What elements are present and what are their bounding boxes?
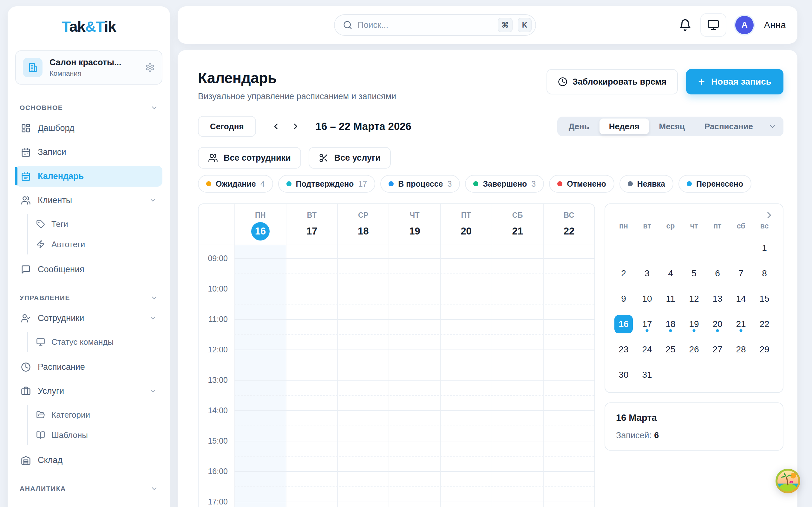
chevron-down-icon[interactable] [150, 485, 158, 493]
status-chip[interactable]: Неявка [619, 175, 673, 193]
mini-calendar-day[interactable]: 17 [635, 312, 659, 337]
status-chip[interactable]: В процессе3 [380, 175, 460, 193]
sidebar-subitem-шаблоны[interactable]: Шаблоны [36, 425, 162, 445]
view-tab-неделя[interactable]: Неделя [600, 118, 649, 134]
mini-calendar-day[interactable]: 22 [753, 312, 776, 337]
sidebar-item-календарь[interactable]: Календарь [15, 166, 162, 187]
mini-calendar-day[interactable]: 15 [753, 286, 776, 312]
week-day-header[interactable]: ПН16 [235, 204, 286, 245]
mini-calendar-day[interactable]: 10 [635, 286, 659, 312]
search-box[interactable]: ⌘ K [334, 14, 536, 36]
mini-calendar-day[interactable]: 30 [612, 362, 635, 388]
week-day-header[interactable]: СБ21 [492, 204, 543, 245]
hour-line [235, 289, 595, 289]
mini-calendar-day[interactable]: 4 [659, 261, 682, 286]
day-column[interactable] [389, 245, 440, 507]
mini-calendar-day[interactable]: 8 [753, 261, 776, 286]
sidebar-item-сообщения[interactable]: Сообщения [15, 259, 162, 280]
mini-calendar-day[interactable]: 21 [729, 312, 753, 337]
mini-calendar-day[interactable]: 29 [753, 337, 776, 362]
mini-calendar-day[interactable]: 5 [682, 261, 706, 286]
sidebar-item-расписание[interactable]: Расписание [15, 356, 162, 377]
sidebar-subitem-автотеги[interactable]: Автотеги [36, 234, 162, 255]
day-column[interactable] [492, 245, 543, 507]
sidebar-item-дашборд[interactable]: Дашборд [15, 118, 162, 138]
avatar[interactable]: A [735, 16, 754, 34]
mini-calendar-day[interactable]: 27 [706, 337, 729, 362]
chevron-down-icon[interactable] [763, 122, 781, 130]
day-column[interactable] [543, 245, 595, 507]
mini-calendar-day[interactable]: 20 [706, 312, 729, 337]
sidebar-subitem-статус команды[interactable]: Статус команды [36, 332, 162, 352]
mini-calendar-day[interactable]: 28 [729, 337, 753, 362]
filter-button[interactable]: Все сотрудники [198, 147, 301, 169]
island-badge[interactable] [775, 468, 801, 494]
sidebar-item-label: Календарь [38, 171, 84, 181]
mini-calendar-day[interactable]: 6 [706, 261, 729, 286]
week-day-label: ВС [564, 211, 574, 220]
chevron-right-icon[interactable] [288, 119, 303, 134]
day-column[interactable] [337, 245, 389, 507]
filter-label: Все сотрудники [223, 153, 291, 163]
mini-calendar-day[interactable]: 23 [612, 337, 635, 362]
mini-calendar-day[interactable]: 9 [612, 286, 635, 312]
mini-calendar-day[interactable]: 12 [682, 286, 706, 312]
week-day-header[interactable]: СР18 [337, 204, 389, 245]
sidebar-item-клиенты[interactable]: Клиенты [15, 190, 162, 211]
week-day-label: ПТ [461, 211, 471, 220]
day-columns [235, 245, 595, 507]
status-chip[interactable]: Подтверждено17 [278, 175, 375, 193]
week-grid[interactable]: 09:0010:0011:0012:0013:0014:0015:0016:00… [199, 245, 595, 507]
bell-icon[interactable] [679, 19, 692, 32]
status-chip[interactable]: Ожидание4 [198, 175, 273, 193]
gear-icon[interactable] [145, 63, 155, 72]
status-chip[interactable]: Завершено3 [465, 175, 544, 193]
chevron-down-icon[interactable] [150, 104, 158, 112]
sidebar-item-склад[interactable]: Склад [15, 450, 162, 470]
mini-calendar-day[interactable]: 3 [635, 261, 659, 286]
mini-calendar-day[interactable]: 24 [635, 337, 659, 362]
mini-calendar-day[interactable]: 1 [753, 235, 776, 261]
display-mode-button[interactable] [700, 13, 726, 37]
mini-calendar-day[interactable]: 2 [612, 261, 635, 286]
chevron-right-icon[interactable] [764, 210, 774, 221]
day-column[interactable] [440, 245, 492, 507]
week-day-header[interactable]: ВС22 [543, 204, 595, 245]
filter-button[interactable]: Все услуги [309, 147, 391, 169]
mini-calendar-day[interactable]: 18 [659, 312, 682, 337]
week-day-label: ЧТ [410, 211, 420, 220]
mini-calendar-day[interactable]: 19 [682, 312, 706, 337]
week-day-label: СР [358, 211, 368, 220]
day-column[interactable] [286, 245, 337, 507]
week-day-header[interactable]: ЧТ19 [389, 204, 440, 245]
sidebar-item-записи[interactable]: Записи [15, 142, 162, 163]
sidebar-subitem-теги[interactable]: Теги [36, 214, 162, 234]
week-day-header[interactable]: ВТ17 [286, 204, 337, 245]
view-tab-месяц[interactable]: Месяц [650, 118, 694, 134]
sidebar-item-услуги[interactable]: Услуги [15, 381, 162, 401]
week-day-header[interactable]: ПТ20 [440, 204, 492, 245]
mini-calendar-day[interactable]: 7 [729, 261, 753, 286]
chevron-left-icon[interactable] [269, 119, 283, 134]
mini-calendar-day[interactable]: 13 [706, 286, 729, 312]
search-input[interactable] [357, 20, 493, 30]
status-chip[interactable]: Отменено [549, 175, 614, 193]
mini-calendar-day[interactable]: 26 [682, 337, 706, 362]
view-tab-день[interactable]: День [559, 118, 599, 134]
company-selector[interactable]: Салон красоты... Компания [15, 50, 162, 84]
chevron-down-icon[interactable] [150, 294, 158, 302]
mini-calendar-day[interactable]: 25 [659, 337, 682, 362]
block-time-button[interactable]: Заблокировать время [547, 69, 678, 95]
new-record-button[interactable]: + Новая запись [686, 69, 783, 95]
sidebar-item-сотрудники[interactable]: Сотрудники [15, 308, 162, 329]
mini-calendar-day[interactable]: 14 [729, 286, 753, 312]
day-column[interactable] [235, 245, 286, 507]
mini-calendar-day[interactable]: 16 [612, 312, 635, 337]
view-tab-расписание[interactable]: Расписание [695, 118, 763, 134]
mini-calendar-day[interactable]: 31 [635, 362, 659, 388]
status-chip[interactable]: Перенесено [678, 175, 751, 193]
today-button[interactable]: Сегодня [198, 116, 256, 137]
mini-calendar-day[interactable]: 11 [659, 286, 682, 312]
sidebar-subitem-категории[interactable]: Категории [36, 405, 162, 425]
week-day-label: ПН [255, 211, 266, 220]
